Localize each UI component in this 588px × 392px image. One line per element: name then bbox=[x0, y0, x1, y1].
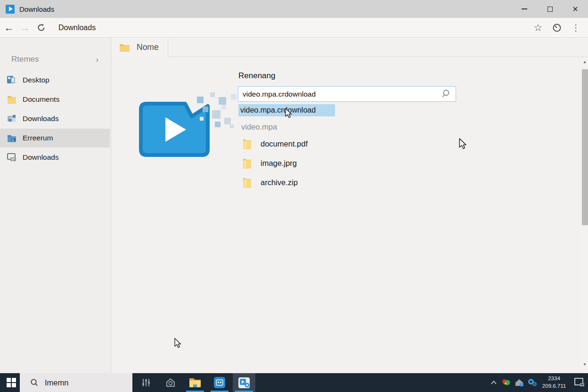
file-item[interactable]: archive.zip bbox=[243, 176, 298, 188]
taskbar-app-video-player-active[interactable] bbox=[233, 373, 255, 392]
forward-button[interactable]: → bbox=[17, 23, 33, 33]
clock-time: 2334 bbox=[539, 375, 569, 382]
folder-icon bbox=[6, 94, 17, 105]
scroll-down-icon[interactable]: ▼ bbox=[581, 362, 588, 367]
folder-icon bbox=[243, 177, 252, 188]
desktop-icon bbox=[6, 74, 17, 86]
taskbar-app-taskview[interactable] bbox=[135, 373, 157, 392]
file-name: video.mpa.crdownload bbox=[240, 106, 316, 114]
sidebar-item-label: Desktop bbox=[23, 76, 49, 84]
windows-logo-icon bbox=[7, 378, 16, 387]
downloads-icon bbox=[6, 113, 17, 124]
sidebar-item-erreerum[interactable]: Erreerum bbox=[0, 129, 110, 147]
filename-input[interactable] bbox=[238, 86, 456, 102]
sidebar-item-label: Erreerum bbox=[23, 134, 53, 142]
file-item[interactable]: image.jprg bbox=[243, 157, 297, 169]
search-icon bbox=[30, 378, 39, 387]
window-title: Downloads bbox=[19, 5, 54, 13]
home-icon bbox=[165, 377, 176, 388]
content-header-row: Nome bbox=[111, 38, 588, 57]
sliders-icon bbox=[141, 377, 151, 388]
more-menu-button[interactable]: ⋮ bbox=[566, 18, 585, 38]
tray-expand-button[interactable] bbox=[488, 373, 499, 392]
mouse-cursor bbox=[458, 138, 469, 149]
minimize-button[interactable] bbox=[512, 0, 537, 18]
address-text: Downloads bbox=[58, 24, 96, 32]
file-item[interactable]: video.mpa bbox=[241, 121, 277, 132]
file-explorer-window: Downloads ✕ ← → Downloads ☆ ⋮ bbox=[0, 0, 588, 392]
taskbar-app-blue[interactable] bbox=[208, 373, 231, 392]
taskbar-app-home[interactable] bbox=[159, 373, 182, 392]
app-play-icon bbox=[6, 5, 15, 14]
rename-heading: Renenang bbox=[238, 71, 275, 81]
action-center-button[interactable] bbox=[571, 373, 588, 392]
sidebar-item-documents[interactable]: Documents bbox=[0, 90, 110, 109]
file-item-selected[interactable]: video.mpa.crdownload bbox=[238, 104, 335, 116]
vertical-scrollbar[interactable]: ▲ ▼ bbox=[581, 57, 588, 373]
taskbar: Imemn bbox=[0, 373, 588, 392]
file-name: document.pdf bbox=[261, 139, 308, 148]
back-button[interactable]: ← bbox=[1, 23, 17, 33]
file-name: archive.zip bbox=[261, 178, 298, 187]
mouse-cursor bbox=[174, 338, 183, 348]
sidebar-item-label: Downloads bbox=[23, 114, 59, 123]
sidebar-item-desktop[interactable]: Desktop bbox=[0, 71, 110, 90]
tab-label: Nome bbox=[137, 42, 159, 52]
chevron-up-icon bbox=[491, 381, 497, 384]
sidebar-item-label: Documents bbox=[23, 95, 59, 104]
maximize-button[interactable] bbox=[537, 0, 563, 18]
folder-icon bbox=[243, 139, 252, 149]
tab-nome[interactable]: Nome bbox=[112, 38, 168, 57]
navigation-toolbar: ← → Downloads ☆ ⋮ bbox=[0, 18, 588, 38]
refresh-button[interactable] bbox=[33, 23, 49, 32]
folder-icon bbox=[119, 43, 130, 52]
sidebar-item-downloads-2[interactable]: Downloads bbox=[0, 148, 110, 167]
close-button[interactable]: ✕ bbox=[563, 0, 588, 18]
file-name: video.mpa bbox=[241, 122, 277, 131]
taskbar-search-text: Imemn bbox=[45, 378, 68, 387]
chevron-right-icon[interactable]: › bbox=[96, 55, 98, 65]
sidebar: Rtemes › Desktop Documents bbox=[0, 38, 111, 373]
maximize-icon bbox=[547, 7, 553, 12]
clock-date: 209.6.711 bbox=[539, 382, 569, 390]
scrollbar-thumb[interactable] bbox=[582, 69, 588, 225]
search-icon[interactable] bbox=[441, 89, 450, 98]
tray-app-icon-2[interactable] bbox=[514, 377, 525, 388]
start-button[interactable] bbox=[3, 373, 20, 392]
sidebar-header: Rtemes bbox=[11, 55, 39, 64]
notification-icon bbox=[573, 377, 586, 388]
refresh-icon bbox=[37, 23, 46, 32]
file-explorer-icon bbox=[189, 377, 201, 388]
window-controls: ✕ bbox=[512, 0, 588, 18]
minimize-icon bbox=[522, 8, 527, 9]
tray-app-icon-1[interactable] bbox=[500, 377, 512, 388]
profile-button[interactable] bbox=[547, 18, 566, 38]
circle-arrow-icon bbox=[552, 23, 562, 33]
monitor-icon bbox=[6, 152, 17, 163]
folder-blue-icon bbox=[6, 132, 17, 144]
tray-app-icon-3[interactable] bbox=[527, 377, 538, 388]
tray-clock[interactable]: 2334 209.6.711 bbox=[539, 375, 569, 390]
file-item[interactable]: document.pdf bbox=[243, 138, 308, 150]
video-player-icon bbox=[238, 376, 251, 389]
sidebar-item-label: Downloads bbox=[23, 153, 59, 162]
bookmark-star-button[interactable]: ☆ bbox=[529, 18, 547, 38]
taskbar-search[interactable]: Imemn bbox=[20, 373, 132, 392]
video-file-artwork bbox=[137, 91, 240, 162]
taskbar-app-file-explorer[interactable] bbox=[184, 373, 206, 392]
titlebar: Downloads ✕ bbox=[0, 0, 588, 18]
file-name: image.jprg bbox=[261, 159, 297, 168]
blue-app-icon bbox=[213, 376, 226, 389]
scroll-up-icon[interactable]: ▲ bbox=[581, 60, 588, 64]
sidebar-item-downloads[interactable]: Downloads bbox=[0, 109, 110, 128]
folder-icon bbox=[243, 158, 252, 169]
